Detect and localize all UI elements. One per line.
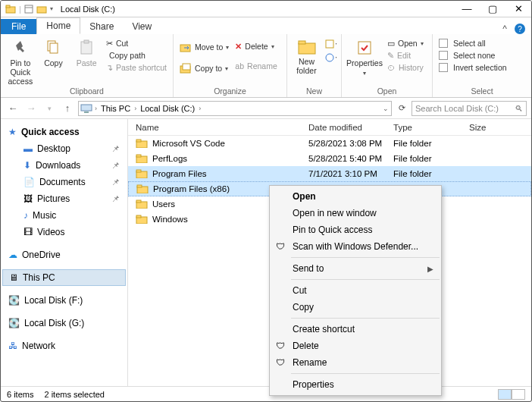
svg-rect-4 [37, 7, 46, 13]
network-icon: 🖧 [8, 341, 17, 351]
table-row[interactable]: Microsoft VS Code5/28/2021 3:08 PMFile f… [128, 136, 531, 151]
table-row[interactable]: PerfLogs5/28/2021 5:40 PMFile folder [128, 151, 531, 166]
breadcrumb-dropdown[interactable]: ⌄ [382, 105, 390, 112]
svg-rect-19 [81, 105, 92, 111]
ctx-separator [291, 318, 440, 319]
svg-rect-28 [137, 185, 142, 187]
view-large-icons-button[interactable] [512, 389, 525, 400]
ctx-delete[interactable]: 🛡Delete [270, 338, 441, 354]
copy-path-button[interactable]: Copy path [105, 49, 168, 61]
easy-access-icon[interactable]: ▾ [324, 52, 336, 63]
search-input[interactable]: Search Local Disk (C:) 🔍︎ [412, 101, 527, 116]
sidebar-quick-access[interactable]: ★Quick access [2, 124, 126, 140]
folder-icon [136, 199, 148, 209]
paste-button[interactable]: Paste [71, 36, 102, 68]
view-details-button[interactable] [498, 389, 512, 400]
titlebar: | ▾ Local Disk (C:) — ▢ ✕ [1, 1, 531, 17]
ctx-copy[interactable]: Copy [270, 299, 441, 316]
new-folder-button[interactable]: New folder [292, 36, 321, 75]
svg-rect-6 [50, 43, 58, 53]
svg-rect-20 [84, 111, 89, 113]
properties-button[interactable]: Properties [346, 36, 383, 77]
search-placeholder: Search Local Disk (C:) [415, 104, 499, 113]
col-type[interactable]: Type [386, 123, 462, 132]
refresh-button[interactable]: ⟳ [395, 103, 408, 113]
address-bar-row: ← → ▾ ↑ › This PC › Local Disk (C:) › ⌄ … [1, 98, 531, 119]
table-row[interactable]: Program Files7/1/2021 3:10 PMFile folder [128, 166, 531, 181]
ctx-open[interactable]: Open [270, 188, 441, 205]
col-size[interactable]: Size [462, 123, 531, 132]
sidebar-item-music[interactable]: ♪Music [2, 207, 126, 224]
nav-up-button[interactable]: ↑ [60, 102, 75, 114]
sidebar-item-pictures[interactable]: 🖼Pictures📌︎ [2, 190, 126, 207]
chevron-right-icon[interactable]: › [133, 105, 137, 112]
breadcrumb-this-pc[interactable]: This PC [99, 104, 132, 113]
ctx-rename[interactable]: 🛡Rename [270, 354, 441, 371]
sidebar-item-videos[interactable]: 🎞Videos [2, 224, 126, 240]
sidebar-onedrive[interactable]: ☁OneDrive [2, 247, 126, 263]
group-label-organize: Organize [178, 86, 282, 97]
edit-button[interactable]: ✎Edit [386, 49, 425, 61]
col-name[interactable]: Name [128, 123, 301, 132]
qat-newfolder-icon[interactable] [36, 5, 47, 14]
chevron-right-icon[interactable]: › [94, 105, 98, 112]
ribbon-collapse-icon[interactable]: ^ [502, 24, 507, 34]
col-date[interactable]: Date modified [301, 123, 386, 132]
status-item-count: 6 items [7, 390, 33, 399]
select-all-button[interactable]: Select all [437, 37, 509, 49]
sidebar-network[interactable]: 🖧Network [2, 338, 126, 354]
history-button[interactable]: ⏲History [386, 61, 425, 74]
ctx-properties[interactable]: Properties [270, 376, 441, 393]
svg-rect-1 [6, 5, 10, 8]
ctx-send-to[interactable]: Send to▶ [270, 260, 441, 277]
ctx-create-shortcut[interactable]: Create shortcut [270, 321, 441, 338]
qat-dropdown[interactable]: ▾ [50, 5, 53, 12]
tab-view[interactable]: View [123, 19, 161, 34]
help-icon[interactable]: ? [515, 24, 525, 34]
sidebar-item-documents[interactable]: 📄Documents📌︎ [2, 174, 126, 190]
paste-shortcut-button[interactable]: ↴Paste shortcut [105, 61, 168, 74]
pin-quick-access-button[interactable]: Pin to Quick access [5, 36, 36, 86]
ctx-open-new-window[interactable]: Open in new window [270, 205, 441, 221]
tab-share[interactable]: Share [80, 19, 123, 34]
cut-button[interactable]: ✂Cut [105, 37, 168, 49]
ctx-pin-quick-access[interactable]: Pin to Quick access [270, 221, 441, 238]
sidebar-disk-g[interactable]: 💽Local Disk (G:) [2, 315, 126, 331]
new-item-icon[interactable]: ▾ [324, 39, 336, 49]
ribbon-tabs: File Home Share View ^ ? [1, 17, 531, 34]
svg-text:▾: ▾ [336, 55, 336, 61]
file-name: Windows [152, 215, 188, 224]
invert-selection-button[interactable]: Invert selection [437, 61, 509, 74]
sidebar-item-downloads[interactable]: ⬇Downloads📌︎ [2, 157, 126, 174]
file-date: 5/28/2021 5:40 PM [301, 154, 386, 163]
file-date: 7/1/2021 3:10 PM [301, 169, 386, 178]
open-button[interactable]: ▭Open [386, 37, 425, 49]
rename-button[interactable]: abRename [233, 60, 278, 72]
delete-button[interactable]: ✕Delete [233, 40, 278, 52]
close-button[interactable]: ✕ [505, 1, 531, 17]
breadcrumb[interactable]: › This PC › Local Disk (C:) › ⌄ [78, 101, 392, 116]
move-to-button[interactable]: Move to [178, 40, 230, 54]
ctx-cut[interactable]: Cut [270, 282, 441, 299]
qat-properties-icon[interactable] [24, 5, 33, 14]
maximize-button[interactable]: ▢ [480, 1, 505, 17]
chevron-right-icon[interactable]: › [198, 105, 202, 112]
sidebar-item-desktop[interactable]: ▬Desktop📌︎ [2, 140, 126, 157]
group-label-clipboard: Clipboard [5, 86, 168, 97]
select-none-button[interactable]: Select none [437, 49, 509, 61]
svg-rect-22 [136, 140, 141, 142]
nav-forward-button[interactable]: → [23, 102, 39, 114]
minimize-button[interactable]: — [454, 1, 480, 17]
tab-file[interactable]: File [1, 19, 36, 34]
copy-button[interactable]: Copy [39, 36, 69, 68]
nav-back-button[interactable]: ← [5, 102, 20, 114]
pc-icon [80, 104, 92, 113]
tab-home[interactable]: Home [36, 17, 80, 34]
music-icon: ♪ [23, 210, 28, 221]
sidebar-this-pc[interactable]: 🖥This PC [2, 269, 126, 286]
breadcrumb-disk[interactable]: Local Disk (C:) [139, 104, 196, 113]
nav-recent-dropdown[interactable]: ▾ [42, 105, 57, 112]
sidebar-disk-f[interactable]: 💽Local Disk (F:) [2, 292, 126, 309]
ctx-scan-defender[interactable]: 🛡Scan with Windows Defender... [270, 238, 441, 255]
copy-to-button[interactable]: Copy to [178, 61, 230, 75]
